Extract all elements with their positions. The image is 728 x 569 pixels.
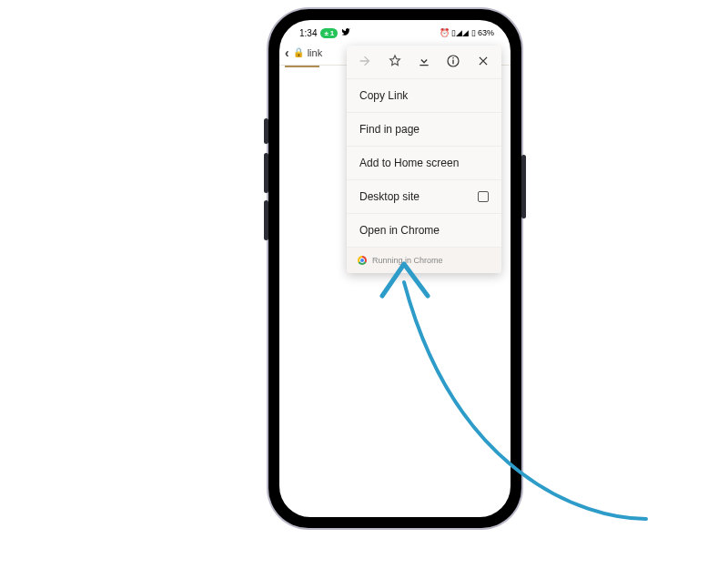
- chrome-icon: [358, 256, 367, 265]
- status-battery: 63%: [478, 28, 494, 37]
- info-icon[interactable]: [444, 54, 462, 71]
- side-button: [264, 118, 268, 144]
- volume-down-button: [264, 200, 268, 240]
- menu-item-label: Desktop site: [359, 190, 420, 203]
- menu-item-label: Find in page: [359, 123, 420, 136]
- phone-frame: 1:34 ± 1 ⏰ ▯◢◢ ▯63% ‹ 🔒 link: [268, 9, 521, 528]
- status-pill: ± 1: [320, 28, 338, 38]
- download-icon[interactable]: [415, 54, 433, 71]
- svg-rect-1: [453, 59, 454, 64]
- star-icon[interactable]: [386, 54, 404, 71]
- menu-find-in-page[interactable]: Find in page: [347, 112, 501, 146]
- back-icon[interactable]: ‹: [285, 46, 289, 60]
- overflow-menu: Copy Link Find in page Add to Home scree…: [347, 46, 501, 273]
- menu-item-label: Copy Link: [359, 89, 408, 102]
- volume-up-button: [264, 153, 268, 193]
- svg-rect-2: [453, 57, 454, 58]
- status-bar: 1:34 ± 1 ⏰ ▯◢◢ ▯63%: [279, 20, 511, 40]
- menu-desktop-site[interactable]: Desktop site: [347, 179, 501, 213]
- menu-add-home-screen[interactable]: Add to Home screen: [347, 146, 501, 179]
- menu-icon-row: [347, 46, 501, 78]
- menu-open-in-chrome[interactable]: Open in Chrome: [347, 213, 501, 247]
- twitter-icon: [341, 27, 350, 38]
- close-icon[interactable]: [474, 55, 492, 70]
- menu-footer-label: Running in Chrome: [372, 256, 443, 265]
- menu-item-label: Open in Chrome: [359, 224, 440, 237]
- checkbox-icon[interactable]: [478, 191, 489, 202]
- status-icons: ⏰ ▯◢◢ ▯: [440, 28, 476, 37]
- phone-screen: 1:34 ± 1 ⏰ ▯◢◢ ▯63% ‹ 🔒 link: [279, 20, 511, 517]
- forward-icon[interactable]: [356, 54, 374, 71]
- url-text[interactable]: link: [308, 47, 323, 58]
- power-button: [521, 155, 526, 218]
- status-time: 1:34: [299, 28, 317, 38]
- lock-icon: 🔒: [293, 47, 304, 57]
- tab-accent: [285, 66, 319, 67]
- menu-footer: Running in Chrome: [347, 247, 501, 273]
- menu-copy-link[interactable]: Copy Link: [347, 78, 501, 112]
- menu-item-label: Add to Home screen: [359, 157, 459, 169]
